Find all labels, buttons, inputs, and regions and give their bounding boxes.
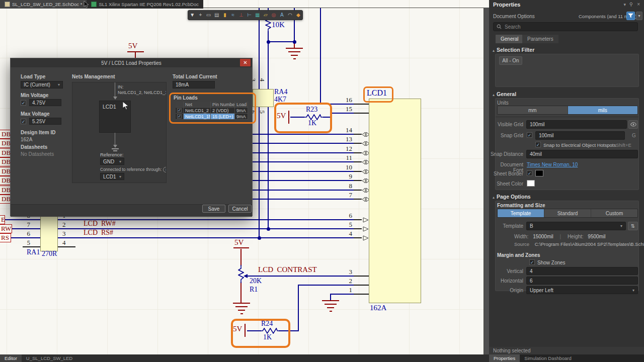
mode-template[interactable]: Template [498,209,544,217]
gnd-port-icon[interactable]: ⊥ [237,11,245,19]
port-rw[interactable]: RW [0,224,12,233]
horizontal-field[interactable]: 6 [526,277,638,285]
pin-line[interactable] [354,113,369,114]
wire-segment[interactable] [5,219,40,220]
pin-line[interactable] [354,171,362,172]
wire-segment[interactable] [330,294,331,301]
component-icon[interactable]: ▮ [221,11,228,19]
gnd-symbol[interactable] [233,303,250,304]
pin-line[interactable] [354,180,362,181]
wire-segment[interactable] [320,8,321,105]
snap-grid-field[interactable]: 100mil [535,131,625,140]
port-db3[interactable]: DB3 [0,167,11,176]
r2-value[interactable]: 10K [272,21,285,29]
wire-segment[interactable] [331,113,354,114]
wire-segment[interactable] [240,282,242,303]
wire-segment[interactable] [23,246,40,247]
snap-hotspots-checkbox[interactable]: ✓ [535,142,541,147]
origin-dropdown[interactable]: Upper Left ▾ [526,286,638,294]
section-general[interactable]: ▴General [493,91,516,97]
wire-segment[interactable] [331,294,354,295]
tab-schdoc[interactable]: SL_LCD_SW_LED_2E.SchDoc * [0,0,87,9]
wire-segment[interactable] [233,247,249,248]
wire-segment[interactable] [58,237,354,238]
r1-refdes[interactable]: R1 [250,286,258,294]
editor-mode-chip[interactable]: Editor [0,354,22,362]
gnd-symbol[interactable] [325,304,337,305]
panel-tab-properties[interactable]: Properties [489,354,520,362]
pin-line[interactable] [354,143,362,144]
template-dropdown[interactable]: B ▾ [526,222,626,230]
wire-segment[interactable] [240,249,242,266]
wire-segment[interactable] [268,41,295,42]
port-db1[interactable]: DB1 [0,186,11,195]
pin-icon[interactable]: ⚲ [629,2,633,7]
min-voltage-field[interactable]: 4.75V [29,99,61,106]
gnd-symbol[interactable] [327,307,334,308]
wire-segment[interactable] [268,41,269,89]
mode-standard[interactable]: Standard [544,209,591,217]
gnd-symbol[interactable] [330,311,332,312]
place-icon[interactable]: + [197,11,204,19]
r1-value[interactable]: 20K [250,278,262,285]
template-swap-button[interactable]: ⇅ [628,222,638,230]
wire-segment[interactable] [259,107,260,239]
port-db0[interactable]: DB0 [0,195,11,204]
mode-custom[interactable]: Custom [591,209,637,217]
formatting-mode-toggle[interactable]: Template Standard Custom [497,209,638,218]
max-voltage-field[interactable]: 5.25V [29,118,61,125]
pin-line[interactable] [354,285,369,286]
gnd-symbol[interactable] [235,306,248,307]
lcd1-component-body[interactable] [369,99,421,303]
sheet-border-color-swatch[interactable] [535,170,543,176]
wire-segment[interactable] [299,285,354,286]
tab-pcbdoc[interactable]: SL1 Xilinx Spartan IIE PQ208 Rev1.02.Pcb… [87,0,203,9]
net-label-lcd-contrast[interactable]: LCD CONTRAST [258,266,317,274]
port-db2[interactable]: DB2 [0,176,11,185]
image-icon[interactable]: ▦ [254,11,261,19]
ra4-refdes[interactable]: RA4 [274,88,287,96]
wire-segment[interactable] [259,8,260,89]
section-selection-filter[interactable]: ▴Selection Filter [493,47,534,53]
pin-line[interactable] [354,134,362,135]
gnd-symbol[interactable] [238,310,245,311]
pin-line[interactable] [354,161,362,162]
probe-icon[interactable]: ⊢ [246,11,253,19]
sheet-color-swatch[interactable] [527,180,535,187]
filter-dropdown-button[interactable]: ▾ [636,12,642,20]
rectangle-icon[interactable]: ▭ [205,11,212,19]
arc-icon[interactable]: ◠ [287,11,294,19]
document-font-link[interactable]: Times New Roman, 10 [527,162,578,167]
filter-icon[interactable]: ▼ [189,11,196,19]
pin-line[interactable] [354,237,362,238]
connected-dropdown[interactable]: LCD1▾ [100,173,124,180]
panel-tab-simulation[interactable]: Simulation Dashboard [520,354,576,362]
pin-line[interactable] [354,228,362,229]
power-5v-label[interactable]: 5V [128,42,137,50]
lcd1-part-number[interactable]: 162A [370,304,386,312]
gnd-symbol[interactable] [286,48,303,49]
port-db7[interactable]: DB7 [0,130,11,139]
close-icon[interactable]: × [637,2,640,7]
ra1-value[interactable]: 270R [42,250,57,258]
all-on-button[interactable]: All - On [499,56,522,65]
active-bar-toolbar[interactable]: ▼+▭▤▮≈⊥⊢▦▱◎A◠◆ [188,10,303,20]
close-icon[interactable]: ✕ [240,59,251,66]
vertical-field[interactable]: 4 [526,267,638,275]
pin-line[interactable] [354,199,362,200]
snap-distance-field[interactable]: 40mil [526,150,638,158]
wire-segment[interactable] [248,276,354,277]
section-page-options[interactable]: ▴Page Options [493,194,531,200]
visible-grid-eye-button[interactable] [628,120,638,129]
ra1-refdes[interactable]: RA1 [27,249,40,256]
wire-segment[interactable] [58,246,75,247]
units-toggle[interactable]: mm mils [497,106,638,115]
reference-dropdown[interactable]: GND▾ [100,158,124,165]
port-e[interactable]: E [0,215,5,224]
wire-segment[interactable] [268,107,269,230]
note-icon[interactable]: ▱ [262,11,269,19]
port-db4[interactable]: DB4 [0,157,11,166]
port-db6[interactable]: DB6 [0,139,11,148]
sheet-symbol-icon[interactable]: ▤ [213,11,220,19]
ra1-component-body[interactable] [40,215,58,251]
